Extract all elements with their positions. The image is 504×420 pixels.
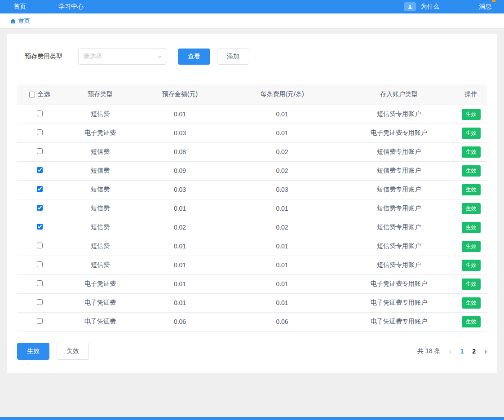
cell-fee-per-item: 0.01: [221, 237, 343, 256]
row-checkbox[interactable]: [37, 205, 43, 211]
footer-actions-row: 生效 失效 共 18 条 ‹ 1 2 ›: [17, 343, 487, 360]
table-row: 短信费0.010.01短信费专用账户生效: [17, 199, 487, 218]
row-effective-button[interactable]: 生效: [462, 146, 481, 158]
pagination: 共 18 条 ‹ 1 2 ›: [417, 347, 487, 355]
nav-item-messages[interactable]: 消息: [479, 3, 491, 11]
cell-fee-per-item: 0.01: [221, 293, 343, 312]
cell-prestore-type: 短信费: [62, 199, 138, 218]
view-button[interactable]: 查看: [178, 49, 210, 65]
table-row: 电子凭证费0.060.06电子凭证费专用账户生效: [17, 312, 487, 331]
cell-account-type: 电子凭证费专用账户: [343, 274, 455, 293]
row-checkbox[interactable]: [37, 280, 43, 286]
cell-prestore-amount: 0.01: [138, 256, 221, 274]
cell-account-type: 短信费专用账户: [343, 237, 455, 256]
main-card: 预存费用类型 请选择 查看 添加 全选 预存类型 预存金额: [7, 34, 497, 373]
row-effective-button[interactable]: 生效: [462, 297, 481, 309]
cell-prestore-type: 电子凭证费: [62, 274, 138, 293]
pagination-total: 共 18 条: [417, 347, 440, 355]
row-checkbox[interactable]: [37, 243, 43, 248]
row-effective-button[interactable]: 生效: [462, 222, 481, 233]
cell-prestore-amount: 0.06: [138, 312, 221, 331]
cell-account-type: 短信费专用账户: [343, 256, 455, 274]
breadcrumb: 首页: [0, 13, 504, 29]
table-row: 短信费0.020.02短信费专用账户生效: [17, 218, 487, 237]
add-button[interactable]: 添加: [217, 49, 249, 65]
table-header-row: 全选 预存类型 预存金额(元) 每条费用(元/条) 存入账户类型 操作: [17, 84, 487, 105]
cell-account-type: 短信费专用账户: [343, 180, 455, 199]
cell-prestore-amount: 0.03: [138, 124, 221, 142]
row-effective-button[interactable]: 生效: [462, 184, 481, 195]
row-checkbox[interactable]: [37, 186, 43, 192]
home-icon: [10, 18, 16, 24]
batch-invalid-button[interactable]: 失效: [57, 343, 89, 360]
message-badge: [492, 0, 495, 2]
cell-prestore-amount: 0.08: [138, 142, 221, 161]
filter-row: 预存费用类型 请选择 查看 添加: [17, 49, 487, 65]
cell-account-type: 短信费专用账户: [343, 218, 455, 237]
pagination-page-2[interactable]: 2: [472, 348, 476, 355]
row-checkbox[interactable]: [37, 224, 43, 230]
row-checkbox[interactable]: [37, 299, 43, 305]
cell-prestore-type: 电子凭证费: [62, 312, 138, 331]
row-effective-button[interactable]: 生效: [462, 279, 481, 290]
row-effective-button[interactable]: 生效: [462, 203, 481, 214]
cell-prestore-type: 短信费: [62, 237, 138, 256]
select-all[interactable]: 全选: [29, 90, 50, 98]
table-row: 电子凭证费0.010.01电子凭证费专用账户生效: [17, 293, 487, 312]
cell-fee-per-item: 0.02: [221, 218, 343, 237]
row-effective-button[interactable]: 生效: [462, 165, 481, 177]
cell-account-type: 短信费专用账户: [343, 105, 455, 124]
cell-prestore-type: 短信费: [62, 180, 138, 199]
fee-type-select[interactable]: 请选择: [78, 49, 167, 65]
row-checkbox[interactable]: [37, 111, 43, 116]
batch-effective-button[interactable]: 生效: [17, 343, 49, 360]
chevron-down-icon: [157, 54, 162, 59]
nav-item-home[interactable]: 首页: [13, 3, 26, 11]
breadcrumb-home[interactable]: 首页: [18, 17, 30, 25]
row-checkbox[interactable]: [37, 318, 43, 324]
row-effective-button[interactable]: 生效: [462, 128, 481, 139]
cell-account-type: 电子凭证费专用账户: [343, 293, 455, 312]
nav-item-why[interactable]: 为什么: [420, 3, 439, 11]
user-avatar-icon[interactable]: [404, 2, 416, 11]
row-effective-button[interactable]: 生效: [462, 260, 481, 271]
cell-account-type: 短信费专用账户: [343, 199, 455, 218]
cell-account-type: 电子凭证费专用账户: [343, 312, 455, 331]
header-account-type: 存入账户类型: [343, 84, 455, 105]
pagination-page-1[interactable]: 1: [460, 348, 464, 355]
cell-prestore-type: 电子凭证费: [62, 293, 138, 312]
cell-prestore-type: 短信费: [62, 142, 138, 161]
row-effective-button[interactable]: 生效: [462, 316, 481, 327]
row-checkbox[interactable]: [37, 148, 43, 154]
row-checkbox[interactable]: [37, 261, 43, 267]
cell-prestore-amount: 0.01: [138, 237, 221, 256]
row-effective-button[interactable]: 生效: [462, 109, 481, 120]
nav-item-learning-center[interactable]: 学习中心: [58, 3, 84, 11]
cell-prestore-type: 短信费: [62, 256, 138, 274]
table-row: 短信费0.080.02短信费专用账户生效: [17, 142, 487, 161]
select-all-checkbox[interactable]: [29, 92, 35, 97]
cell-prestore-amount: 0.02: [138, 218, 221, 237]
header-action: 操作: [455, 84, 487, 105]
cell-prestore-amount: 0.01: [138, 274, 221, 293]
cell-fee-per-item: 0.01: [221, 124, 343, 142]
cell-fee-per-item: 0.01: [221, 256, 343, 274]
cell-prestore-amount: 0.01: [138, 105, 221, 124]
cell-prestore-type: 短信费: [62, 105, 138, 124]
row-effective-button[interactable]: 生效: [462, 241, 481, 252]
cell-account-type: 短信费专用账户: [343, 161, 455, 180]
cell-prestore-type: 短信费: [62, 161, 138, 180]
cell-account-type: 电子凭证费专用账户: [343, 124, 455, 142]
header-fee-per-item: 每条费用(元/条): [221, 84, 343, 105]
cell-prestore-amount: 0.03: [138, 180, 221, 199]
select-all-label: 全选: [38, 90, 50, 98]
cell-fee-per-item: 0.01: [221, 105, 343, 124]
navbar-right: 为什么 消息: [404, 2, 491, 11]
table-row: 短信费0.090.02短信费专用账户生效: [17, 161, 487, 180]
pagination-next-arrow[interactable]: ›: [484, 347, 487, 355]
row-checkbox[interactable]: [37, 129, 43, 135]
pagination-prev-arrow[interactable]: ‹: [449, 347, 451, 355]
table-row: 短信费0.030.03短信费专用账户生效: [17, 180, 487, 199]
row-checkbox[interactable]: [37, 167, 43, 173]
cell-fee-per-item: 0.06: [221, 312, 343, 331]
